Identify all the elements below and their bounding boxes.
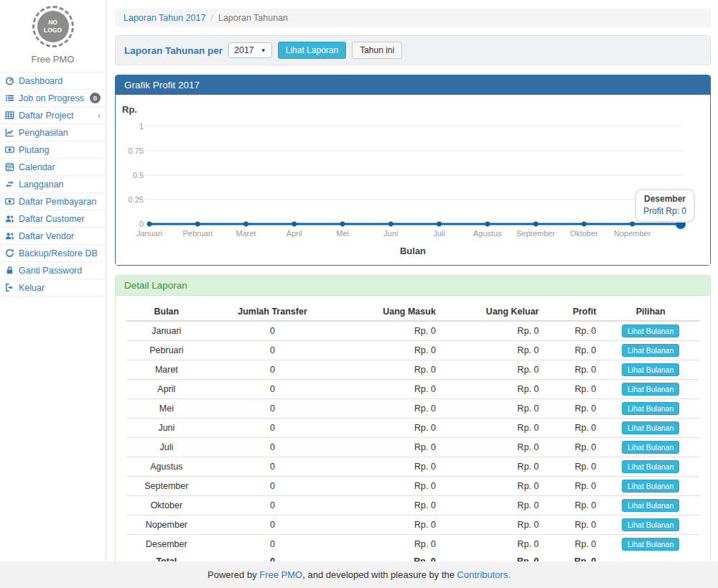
table-row: Maret 0 Rp. 0 Rp. 0 Rp. 0 Lihat Bulanan — [126, 360, 699, 380]
lihat-bulanan-button[interactable]: Lihat Bulanan — [622, 480, 679, 493]
sidebar-item[interactable]: Daftar Pembayaran — [0, 193, 106, 210]
profit-line-chart[interactable]: 00.250.50.751Rp.JanuariPebruariMaretApri… — [121, 101, 704, 260]
detail-laporan-panel: Detail Laporan Bulan Jumlah Transfer Uan… — [115, 275, 711, 580]
lihat-bulanan-button[interactable]: Lihat Bulanan — [622, 363, 679, 376]
svg-text:Mei: Mei — [336, 229, 349, 238]
table-row: Juli 0 Rp. 0 Rp. 0 Rp. 0 Lihat Bulanan — [126, 438, 699, 457]
lihat-bulanan-button[interactable]: Lihat Bulanan — [622, 441, 679, 454]
svg-text:Bulan: Bulan — [400, 246, 426, 256]
no-logo-badge: NO LOGO — [37, 11, 69, 42]
filter-label: Laporan Tahunan per — [124, 45, 223, 56]
cell-profit: Rp. 0 — [545, 399, 602, 419]
dashboard-icon — [5, 76, 15, 86]
cell-uang-keluar: Rp. 0 — [442, 477, 545, 496]
sidebar-item[interactable]: Dashboard — [0, 73, 106, 90]
lihat-bulanan-button[interactable]: Lihat Bulanan — [622, 402, 679, 415]
refresh-icon — [5, 248, 15, 258]
svg-text:0.5: 0.5 — [133, 171, 144, 179]
money-icon — [5, 197, 15, 207]
lihat-bulanan-button[interactable]: Lihat Bulanan — [622, 538, 679, 551]
sidebar-item[interactable]: Ganti Password — [0, 262, 106, 279]
sign-out-icon — [5, 283, 15, 293]
cell-jumlah-transfer: 0 — [207, 341, 339, 360]
lihat-bulanan-button[interactable]: Lihat Bulanan — [622, 460, 679, 473]
sidebar-item[interactable]: Langganan — [0, 176, 106, 193]
cell-uang-masuk: Rp. 0 — [338, 496, 442, 515]
cell-uang-masuk: Rp. 0 — [338, 399, 442, 419]
cell-jumlah-transfer: 0 — [207, 535, 339, 554]
breadcrumb-current: Laporan Tahunan — [218, 13, 288, 23]
main-content: Laporan Tahun 2017 / Laporan Tahunan Lap… — [106, 0, 718, 561]
lihat-bulanan-button[interactable]: Lihat Bulanan — [622, 518, 679, 531]
year-filter-bar: Laporan Tahunan per 2017 ▼ Lihat Laporan… — [115, 35, 711, 65]
table-icon — [5, 111, 15, 121]
sidebar-item[interactable]: Keluar — [0, 279, 106, 297]
cell-uang-keluar: Rp. 0 — [442, 380, 545, 399]
sidebar-item-label: Langganan — [19, 179, 64, 190]
cell-bulan: Oktober — [126, 496, 207, 515]
brand-block: NO LOGO Free PMO — [0, 0, 106, 72]
cell-uang-keluar: Rp. 0 — [442, 341, 545, 360]
sidebar-item[interactable]: Daftar Customer — [0, 210, 106, 228]
profit-chart-panel: Grafik Profit 2017 00.250.50.751Rp.Janua… — [115, 75, 711, 266]
count-badge: 0 — [90, 93, 101, 103]
cell-profit: Rp. 0 — [545, 477, 602, 496]
cell-uang-keluar: Rp. 0 — [442, 515, 545, 535]
lihat-bulanan-button[interactable]: Lihat Bulanan — [622, 499, 679, 512]
cell-uang-masuk: Rp. 0 — [338, 380, 442, 399]
sidebar-item[interactable]: Backup/Restore DB — [0, 245, 106, 262]
sidebar-item[interactable]: Daftar Vendor — [0, 228, 106, 245]
lihat-bulanan-button[interactable]: Lihat Bulanan — [622, 325, 679, 337]
users-icon — [5, 231, 15, 241]
tasks-icon — [5, 93, 15, 103]
table-header-row: Bulan Jumlah Transfer Uang Masuk Uang Ke… — [126, 303, 699, 321]
cell-uang-keluar: Rp. 0 — [442, 457, 545, 477]
svg-text:September: September — [516, 229, 555, 238]
sidebar-item-label: Daftar Vendor — [19, 231, 74, 241]
col-header-masuk: Uang Masuk — [338, 303, 442, 321]
cell-profit: Rp. 0 — [545, 360, 602, 380]
cell-bulan: Agustus — [126, 457, 207, 477]
lihat-bulanan-button[interactable]: Lihat Bulanan — [622, 383, 679, 396]
money-icon — [5, 145, 15, 155]
cell-profit: Rp. 0 — [545, 515, 602, 535]
year-select-value: 2017 — [234, 45, 254, 55]
year-select[interactable]: 2017 ▼ — [228, 42, 272, 58]
lihat-bulanan-button[interactable]: Lihat Bulanan — [622, 344, 679, 357]
svg-text:Maret: Maret — [236, 229, 256, 238]
svg-text:Rp.: Rp. — [122, 104, 137, 115]
chevron-left-icon: ‹ — [98, 111, 101, 120]
chevron-down-icon: ▼ — [261, 47, 266, 54]
sidebar-item[interactable]: Job on Progress 0 — [0, 90, 106, 107]
cell-profit: Rp. 0 — [545, 321, 602, 341]
sidebar-item[interactable]: Daftar Project ‹ — [0, 107, 106, 124]
detail-panel-body: Bulan Jumlah Transfer Uang Masuk Uang Ke… — [116, 296, 710, 579]
table-row: Nopember 0 Rp. 0 Rp. 0 Rp. 0 Lihat Bulan… — [126, 515, 699, 535]
col-header-pilihan: Pilihan — [602, 303, 699, 321]
svg-text:Nopember: Nopember — [614, 229, 651, 238]
chart-panel-body: 00.250.50.751Rp.JanuariPebruariMaretApri… — [116, 95, 710, 265]
contributors-link[interactable]: Contributors. — [457, 569, 510, 580]
sidebar-item[interactable]: Calendar — [0, 159, 106, 176]
col-header-bulan: Bulan — [126, 303, 207, 321]
tooltip-value: Profit Rp: 0 — [643, 206, 686, 216]
sidebar-item-label: Daftar Customer — [19, 214, 85, 224]
cell-uang-masuk: Rp. 0 — [338, 321, 442, 341]
sidebar-item[interactable]: Penghasilan — [0, 124, 106, 141]
cell-profit: Rp. 0 — [545, 535, 602, 554]
breadcrumb-link-laporan-tahun[interactable]: Laporan Tahun 2017 — [123, 13, 205, 23]
lihat-laporan-button[interactable]: Lihat Laporan — [278, 42, 346, 59]
cell-uang-masuk: Rp. 0 — [338, 341, 442, 360]
svg-text:Januari: Januari — [136, 229, 162, 238]
tahun-ini-button[interactable]: Tahun ini — [352, 42, 402, 59]
tooltip-title: Desember — [643, 194, 686, 204]
chart-panel-title: Grafik Profit 2017 — [116, 75, 710, 95]
lihat-bulanan-button[interactable]: Lihat Bulanan — [622, 421, 679, 434]
cell-bulan: Maret — [126, 360, 207, 380]
sidebar-item[interactable]: Piutang — [0, 141, 106, 159]
cell-profit: Rp. 0 — [545, 496, 602, 515]
cell-jumlah-transfer: 0 — [207, 419, 339, 438]
sidebar-item-label: Calendar — [19, 162, 55, 172]
free-pmo-link[interactable]: Free PMO — [259, 569, 302, 580]
cell-bulan: Pebruari — [126, 341, 207, 360]
